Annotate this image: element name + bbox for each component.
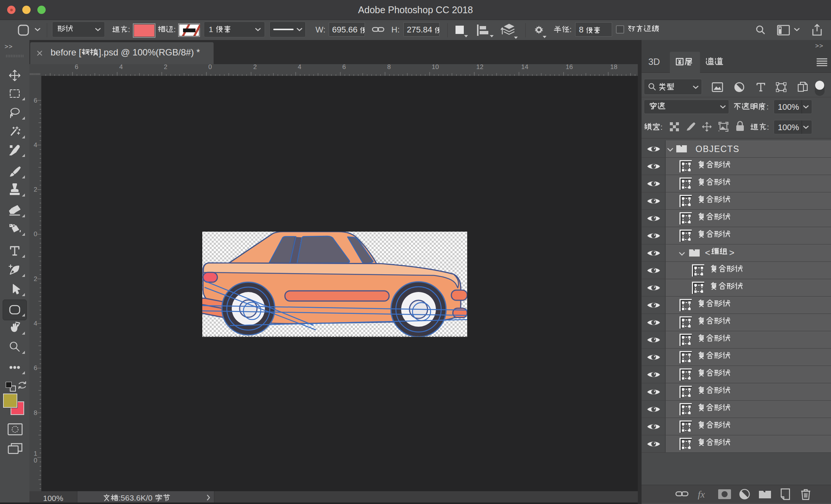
svg-text:6: 6 xyxy=(34,97,37,104)
svg-text:6: 6 xyxy=(342,64,346,71)
svg-text:2: 2 xyxy=(34,275,37,283)
svg-text:4: 4 xyxy=(298,64,301,71)
svg-text:2: 2 xyxy=(34,186,37,193)
svg-text:6: 6 xyxy=(75,64,78,71)
svg-text:12: 12 xyxy=(476,64,483,71)
svg-text:2: 2 xyxy=(253,64,257,71)
svg-text:4: 4 xyxy=(34,320,37,327)
svg-text:0: 0 xyxy=(34,457,37,464)
svg-text:16: 16 xyxy=(566,64,573,71)
svg-text:6: 6 xyxy=(34,364,37,372)
svg-text:4: 4 xyxy=(119,64,123,71)
svg-text:2: 2 xyxy=(164,64,167,71)
svg-text:0: 0 xyxy=(34,230,37,238)
svg-text:8: 8 xyxy=(34,409,37,416)
svg-text:18: 18 xyxy=(610,64,617,71)
svg-text:14: 14 xyxy=(521,64,528,71)
svg-text:1: 1 xyxy=(34,450,37,457)
svg-text:4: 4 xyxy=(34,141,37,149)
svg-text:10: 10 xyxy=(432,64,439,71)
svg-text:8: 8 xyxy=(387,64,391,71)
svg-text:0: 0 xyxy=(208,64,212,71)
